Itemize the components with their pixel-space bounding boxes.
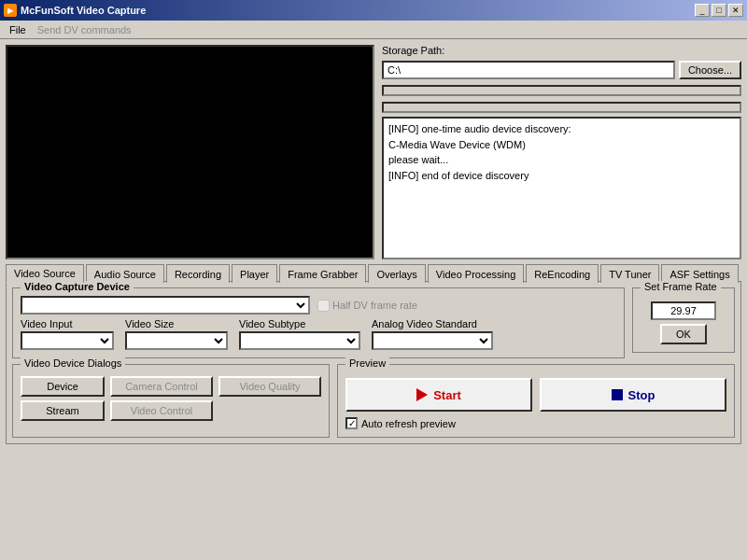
tab-list: Video Source Audio Source Recording Play…: [6, 263, 741, 282]
stop-label: Stop: [628, 388, 655, 402]
bottom-area: Video Device Dialogs Device Stream Camer…: [12, 364, 735, 438]
tab-content-video-source: Video Capture Device Half DV frame rate …: [6, 281, 741, 444]
maximize-button[interactable]: □: [712, 4, 726, 17]
storage-path-row: Choose...: [382, 61, 741, 79]
stop-icon: [612, 389, 623, 400]
video-size-label: Video Size: [125, 318, 228, 329]
video-subtype-group: Video Subtype: [239, 318, 360, 350]
tab-video-source[interactable]: Video Source: [6, 264, 84, 283]
log-line-4: [INFO] end of device discovery: [388, 168, 735, 184]
dialogs-legend: Video Device Dialogs: [21, 357, 125, 369]
menu-send-dv: Send DV commands: [32, 22, 137, 37]
video-input-group: Video Input: [21, 318, 114, 350]
top-area: Storage Path: Choose... [INFO] one-time …: [6, 45, 741, 259]
device-button[interactable]: Device: [21, 376, 105, 397]
log-line-1: [INFO] one-time audio device discovery:: [388, 121, 735, 137]
start-label: Start: [433, 388, 461, 402]
play-icon: [416, 388, 428, 401]
video-size-group: Video Size: [125, 318, 228, 350]
main-window: Storage Path: Choose... [INFO] one-time …: [0, 39, 747, 560]
choose-button[interactable]: Choose...: [679, 61, 741, 79]
video-subtype-label: Video Subtype: [239, 318, 360, 329]
tab-audio-source[interactable]: Audio Source: [86, 264, 164, 283]
title-controls: _ □ ✕: [695, 4, 743, 17]
progress-bar-2: [382, 102, 741, 113]
tab-asf-settings[interactable]: ASF Settings: [661, 264, 738, 283]
video-subtype-select[interactable]: [239, 331, 360, 350]
video-device-dialogs-group: Video Device Dialogs Device Stream Camer…: [12, 364, 330, 438]
log-area: [INFO] one-time audio device discovery: …: [382, 117, 741, 259]
tab-player[interactable]: Player: [232, 264, 277, 283]
storage-path-label: Storage Path:: [382, 45, 741, 56]
app-icon: ▶: [4, 4, 17, 17]
tab-overlays[interactable]: Overlays: [368, 264, 425, 283]
menu-file[interactable]: File: [4, 22, 32, 37]
title-bar: ▶ McFunSoft Video Capture _ □ ✕: [0, 0, 747, 21]
dialog-btn-col-1: Device Stream: [21, 376, 105, 421]
start-button[interactable]: Start: [345, 378, 532, 412]
frame-rate-input[interactable]: [651, 301, 716, 320]
video-capture-device-group: Video Capture Device Half DV frame rate …: [12, 287, 625, 358]
half-dv-text: Half DV frame rate: [332, 300, 417, 311]
right-panel: Storage Path: Choose... [INFO] one-time …: [382, 45, 741, 259]
analog-video-select[interactable]: [372, 331, 493, 350]
storage-path-input[interactable]: [382, 61, 675, 79]
video-size-select[interactable]: [125, 331, 228, 350]
video-inputs-row: Video Input Video Size Video Subtype: [21, 318, 616, 350]
auto-refresh-row: ✓ Auto refresh preview: [345, 417, 726, 429]
preview-legend: Preview: [345, 357, 389, 369]
log-line-2: C-Media Wave Device (WDM): [388, 137, 735, 153]
dialog-btn-col-2: Camera Control Video Control: [110, 376, 213, 421]
tab-frame-grabber[interactable]: Frame Grabber: [279, 264, 366, 283]
device-select[interactable]: [21, 296, 310, 315]
tab-tv-tuner[interactable]: TV Tuner: [600, 264, 659, 283]
window-title: McFunSoft Video Capture: [21, 5, 146, 16]
menu-bar: File Send DV commands: [0, 21, 747, 39]
minimize-button[interactable]: _: [695, 4, 710, 17]
auto-refresh-label: Auto refresh preview: [361, 418, 456, 429]
auto-refresh-checkbox[interactable]: ✓: [345, 417, 358, 429]
analog-video-label: Analog Video Standard: [372, 318, 493, 329]
tab-video-processing[interactable]: Video Processing: [428, 264, 524, 283]
video-preview: [6, 45, 374, 259]
log-line-3: please wait...: [388, 152, 735, 168]
set-frame-rate-legend: Set Frame Rate: [641, 281, 721, 292]
video-input-label: Video Input: [21, 318, 114, 329]
ok-button[interactable]: OK: [660, 324, 707, 344]
half-dv-label: Half DV frame rate: [317, 300, 417, 312]
video-quality-button: Video Quality: [218, 376, 321, 397]
dialog-btn-col-3: Video Quality: [218, 376, 321, 421]
video-control-button: Video Control: [110, 400, 213, 421]
video-input-select[interactable]: [21, 331, 114, 350]
half-dv-checkbox: [317, 300, 330, 312]
device-row: Half DV frame rate: [21, 296, 616, 315]
preview-group: Preview Start Stop ✓ Auto refresh: [337, 364, 735, 438]
tab-reencoding[interactable]: ReEncoding: [526, 264, 599, 283]
stop-button[interactable]: Stop: [540, 378, 726, 412]
title-bar-left: ▶ McFunSoft Video Capture: [4, 4, 146, 17]
stream-button[interactable]: Stream: [21, 400, 105, 421]
camera-control-button: Camera Control: [110, 376, 213, 397]
analog-video-group: Analog Video Standard: [372, 318, 493, 350]
app-icon-glyph: ▶: [7, 7, 13, 15]
tabs-area: Video Source Audio Source Recording Play…: [6, 263, 741, 444]
preview-controls: Start Stop: [345, 378, 726, 412]
progress-bar-1: [382, 85, 741, 96]
close-button[interactable]: ✕: [728, 4, 743, 17]
tab-recording[interactable]: Recording: [166, 264, 230, 283]
